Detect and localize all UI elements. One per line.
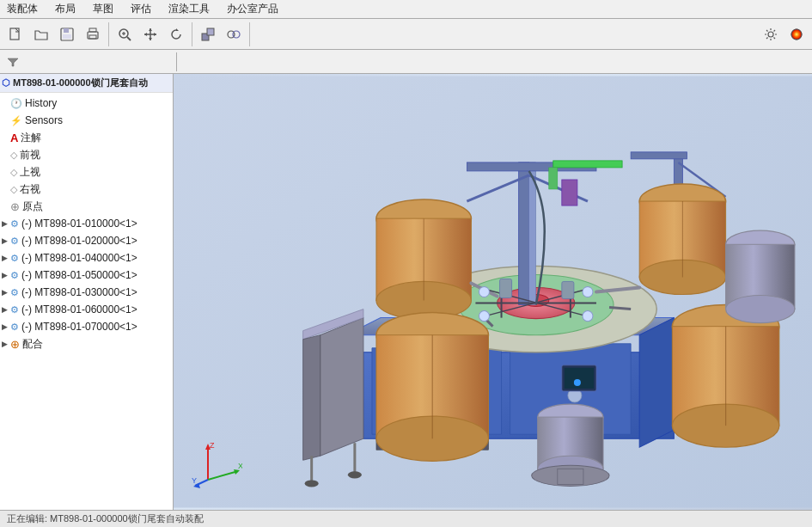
mate-label: 配合 <box>22 337 43 352</box>
origin-label: 原点 <box>22 199 43 214</box>
svg-rect-53 <box>549 168 558 189</box>
svg-rect-52 <box>553 161 622 168</box>
status-text: 正在编辑: MT898-01-000000锁门尾套自动装配 <box>7 512 204 525</box>
svg-point-42 <box>348 471 362 478</box>
toolbar-group-1 <box>3 22 109 46</box>
tb-zoom-button[interactable] <box>113 22 137 46</box>
root-assembly-item[interactable]: ⬡ MT898-01-000000锁门尾套自动 <box>0 74 173 93</box>
svg-point-22 <box>791 29 802 40</box>
svg-marker-26 <box>639 318 674 448</box>
part3-label: (-) MT898-01-040000<1> <box>21 252 137 264</box>
svg-point-93 <box>479 311 489 322</box>
top-label: 上视 <box>20 165 40 180</box>
tree-item-part6[interactable]: ▶ ⚙ (-) MT898-01-060000<1> <box>0 301 173 318</box>
part1-icon: ⚙ <box>10 218 19 230</box>
tree-item-origin[interactable]: ⊕ 原点 <box>0 198 173 215</box>
menu-evaluate[interactable]: 评估 <box>127 0 155 18</box>
part6-label: (-) MT898-01-060000<1> <box>21 303 137 316</box>
toolbar-group-2 <box>113 22 192 46</box>
tb-color-button[interactable] <box>785 22 809 46</box>
tb-rotate-button[interactable] <box>164 22 188 46</box>
svg-marker-13 <box>144 33 147 36</box>
svg-text:X: X <box>238 462 242 470</box>
part3-icon: ⚙ <box>10 253 19 264</box>
svg-line-85 <box>609 308 631 309</box>
tree-item-part2[interactable]: ▶ ⚙ (-) MT898-01-020000<1> <box>0 232 173 249</box>
part2-expand: ▶ <box>2 236 10 245</box>
right-icon: ◇ <box>10 184 17 195</box>
right-label: 右视 <box>20 182 40 197</box>
svg-rect-54 <box>562 180 577 205</box>
tb-save-button[interactable] <box>55 22 79 46</box>
part7-expand: ▶ <box>2 322 10 331</box>
menu-render[interactable]: 渲染工具 <box>165 0 213 18</box>
svg-point-91 <box>479 286 489 297</box>
secondary-toolbar <box>0 50 812 74</box>
part5-icon: ⚙ <box>10 287 19 298</box>
history-label: History <box>25 97 57 109</box>
tree-item-part4[interactable]: ▶ ⚙ (-) MT898-01-050000<1> <box>0 267 173 284</box>
tb-new-button[interactable] <box>3 22 27 46</box>
root-assembly-label: MT898-01-000000锁门尾套自动 <box>13 77 148 89</box>
feature-tree: 🕐 History ⚡ Sensors A 注解 ◇ 前视 <box>0 93 173 354</box>
front-icon: ◇ <box>10 150 17 161</box>
svg-point-33 <box>574 379 581 386</box>
tb-settings-button[interactable] <box>759 22 783 46</box>
menu-sketch[interactable]: 草图 <box>89 0 117 18</box>
origin-icon: ⊕ <box>10 200 20 213</box>
svg-point-94 <box>583 311 593 322</box>
part1-label: (-) MT898-01-010000<1> <box>21 218 137 230</box>
svg-point-92 <box>583 286 593 297</box>
svg-rect-96 <box>562 281 574 298</box>
tb-print-button[interactable] <box>81 22 105 46</box>
3d-viewport[interactable]: Z X Y <box>174 74 812 510</box>
part4-expand: ▶ <box>2 271 10 279</box>
tb-pan-button[interactable] <box>138 22 162 46</box>
svg-point-76 <box>726 296 795 323</box>
part5-expand: ▶ <box>2 288 10 297</box>
svg-rect-3 <box>63 34 71 39</box>
coordinate-axes: Z X Y <box>191 441 242 484</box>
tree-item-part7[interactable]: ▶ ⚙ (-) MT898-01-070000<1> <box>0 318 173 335</box>
svg-marker-11 <box>149 28 152 31</box>
part6-expand: ▶ <box>2 305 10 314</box>
tb-mate-button[interactable] <box>222 22 246 46</box>
toolbar-group-3 <box>196 22 250 46</box>
tree-item-top[interactable]: ◇ 上视 <box>0 163 173 181</box>
machine-model-svg <box>174 74 812 510</box>
tb2-filter-button[interactable] <box>3 52 22 71</box>
tree-item-part3[interactable]: ▶ ⚙ (-) MT898-01-040000<1> <box>0 249 173 267</box>
tree-item-sensors[interactable]: ⚡ Sensors <box>0 112 173 129</box>
svg-line-8 <box>127 37 131 40</box>
mate-expand: ▶ <box>2 340 10 348</box>
menu-office[interactable]: 办公室产品 <box>223 0 282 18</box>
tree-item-mate[interactable]: ▶ ⊕ 配合 <box>0 335 173 352</box>
part7-label: (-) MT898-01-070000<1> <box>21 321 137 333</box>
part5-label: (-) MT898-01-030000<1> <box>21 286 137 298</box>
annotation-label: 注解 <box>21 131 41 145</box>
top-icon: ◇ <box>10 167 17 178</box>
front-label: 前视 <box>20 148 40 162</box>
tree-item-part1[interactable]: ▶ ⚙ (-) MT898-01-010000<1> <box>0 215 173 232</box>
svg-text:Y: Y <box>192 476 197 485</box>
tree-item-history[interactable]: 🕐 History <box>0 95 173 112</box>
part4-label: (-) MT898-01-050000<1> <box>21 269 137 281</box>
svg-rect-2 <box>64 28 69 33</box>
annotation-icon: A <box>10 132 18 144</box>
sensors-label: Sensors <box>25 114 63 126</box>
part3-expand: ▶ <box>2 254 10 262</box>
tree-item-right[interactable]: ◇ 右视 <box>0 181 173 198</box>
tree-item-annotation[interactable]: A 注解 <box>0 129 173 146</box>
tb-component-button[interactable] <box>196 22 220 46</box>
part1-expand: ▶ <box>2 219 10 228</box>
tree-item-part5[interactable]: ▶ ⚙ (-) MT898-01-030000<1> <box>0 284 173 301</box>
svg-point-19 <box>233 31 240 38</box>
svg-marker-15 <box>176 28 179 31</box>
menu-assembly[interactable]: 装配体 <box>3 0 41 18</box>
svg-point-20 <box>768 32 773 37</box>
tb-open-button[interactable] <box>29 22 53 46</box>
svg-rect-95 <box>500 279 512 297</box>
part4-icon: ⚙ <box>10 270 19 281</box>
tree-item-front[interactable]: ◇ 前视 <box>0 146 173 163</box>
menu-layout[interactable]: 布局 <box>52 0 79 18</box>
